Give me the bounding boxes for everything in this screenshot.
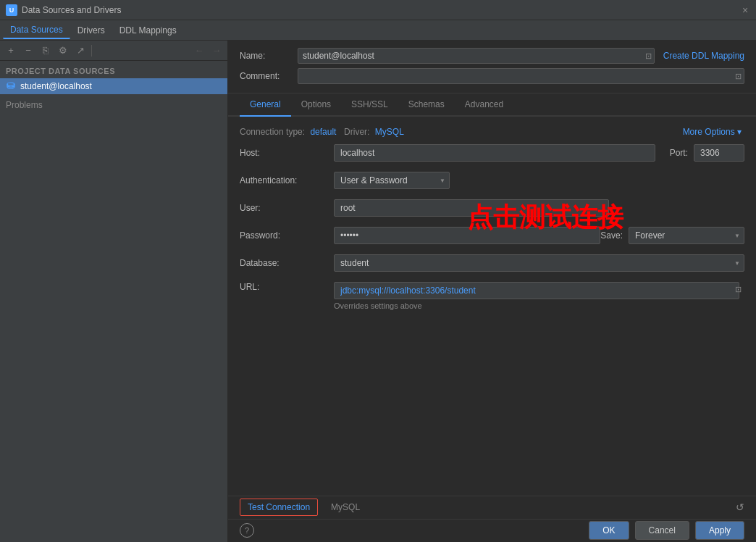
close-button[interactable]: × (740, 5, 750, 15)
name-row: Name: ⊡ Create DDL Mapping (240, 48, 744, 64)
user-input[interactable] (334, 199, 609, 217)
connection-type-label: Connection type: (240, 127, 305, 137)
title-bar: U Data Sources and Drivers × (0, 0, 756, 20)
menu-bar: Data Sources Drivers DDL Mappings (0, 20, 756, 41)
name-label: Name: (240, 51, 298, 61)
name-input[interactable] (298, 48, 655, 64)
name-input-wrapper: ⊡ (298, 48, 655, 64)
tab-ssh-ssl[interactable]: SSH/SSL (341, 93, 398, 117)
nav-arrows: ← → (191, 43, 224, 59)
create-ddl-link[interactable]: Create DDL Mapping (663, 51, 744, 61)
content-wrapper: Name: ⊡ Create DDL Mapping Comment: ⊡ (228, 41, 756, 542)
driver-label: Driver: (344, 127, 369, 137)
connection-type-value[interactable]: default (310, 127, 336, 137)
host-row: Host: Port: (240, 144, 744, 162)
password-label: Password: (240, 230, 334, 241)
user-row: User: (240, 199, 744, 217)
url-wrapper: ⊡ Overrides settings above (334, 282, 744, 310)
menu-data-sources[interactable]: Data Sources (3, 22, 70, 39)
driver-value[interactable]: MySQL (375, 127, 404, 137)
nav-prev-button[interactable]: ← (191, 43, 207, 59)
save-select-wrapper: Forever Until restart Never (629, 227, 744, 244)
save-label: Save: (600, 230, 623, 241)
host-label: Host: (240, 148, 334, 158)
menu-ddl-mappings[interactable]: DDL Mappings (112, 22, 184, 38)
add-datasource-button[interactable]: + (3, 43, 19, 59)
remove-datasource-button[interactable]: − (20, 43, 36, 59)
toolbar-separator (91, 45, 92, 57)
datasource-icon (6, 81, 16, 91)
save-select[interactable]: Forever Until restart Never (629, 227, 744, 244)
refresh-icon[interactable]: ↺ (736, 501, 744, 513)
more-options-link[interactable]: More Options ▾ (683, 127, 742, 137)
tab-general[interactable]: General (240, 93, 291, 117)
database-row: Database: student (240, 254, 744, 272)
bottom-right: ↺ (736, 501, 744, 513)
auth-select[interactable]: User & Password No auth Username only SS… (334, 172, 450, 189)
action-bar: ? OK Cancel Apply (228, 520, 756, 542)
user-label: User: (240, 203, 334, 213)
tab-options[interactable]: Options (291, 93, 341, 117)
name-expand-icon[interactable]: ⊡ (645, 51, 652, 61)
comment-row: Comment: ⊡ (240, 68, 744, 84)
ok-button[interactable]: OK (589, 521, 629, 540)
apply-button[interactable]: Apply (695, 521, 744, 540)
sidebar-item-student-localhost[interactable]: student@localhost (0, 78, 227, 94)
database-select[interactable]: student (334, 254, 744, 272)
password-input[interactable] (334, 227, 600, 244)
menu-drivers[interactable]: Drivers (70, 22, 112, 38)
cancel-button[interactable]: Cancel (635, 521, 689, 540)
export-button[interactable]: ↗ (72, 43, 88, 59)
sidebar-item-label: student@localhost (20, 81, 92, 91)
auth-select-wrapper: User & Password No auth Username only SS… (334, 172, 450, 189)
comment-input[interactable] (298, 68, 744, 84)
header-fields: Name: ⊡ Create DDL Mapping Comment: ⊡ (228, 41, 756, 93)
content-panel: Name: ⊡ Create DDL Mapping Comment: ⊡ (228, 41, 756, 496)
database-label: Database: (240, 258, 334, 268)
mysql-tab[interactable]: MySQL (324, 499, 367, 515)
svg-point-0 (7, 83, 14, 86)
url-hint: Overrides settings above (334, 301, 744, 310)
tab-schemas[interactable]: Schemas (398, 93, 455, 117)
help-button[interactable]: ? (240, 523, 254, 538)
connection-type-row: Connection type: default Driver: MySQL M… (240, 127, 744, 137)
copy-datasource-button[interactable]: ⎘ (38, 43, 54, 59)
app-icon: U (6, 4, 17, 16)
port-input[interactable] (694, 144, 744, 162)
form-area: Connection type: default Driver: MySQL M… (228, 117, 756, 496)
bottom-tabs: Test Connection MySQL ↺ (228, 496, 756, 520)
sidebar-toolbar: + − ⎘ ⚙ ↗ ← → (0, 41, 227, 61)
tab-advanced[interactable]: Advanced (455, 93, 513, 117)
project-data-sources-title: Project Data Sources (0, 61, 227, 78)
password-row: Password: Save: Forever Until restart Ne… (240, 227, 744, 244)
host-input[interactable] (334, 144, 655, 162)
comment-expand-icon[interactable]: ⊡ (735, 72, 742, 81)
tabs-bar: General Options SSH/SSL Schemas Advanced (228, 93, 756, 117)
problems-section: Problems (0, 94, 227, 116)
bottom-bar: Test Connection MySQL ↺ ? OK Cancel Appl… (228, 496, 756, 542)
main-layout: + − ⎘ ⚙ ↗ ← → Project Data Sources stude… (0, 41, 756, 542)
database-select-wrapper: student (334, 254, 744, 272)
nav-next-button[interactable]: → (209, 43, 224, 59)
url-expand-icon[interactable]: ⊡ (735, 285, 742, 294)
auth-row: Authentication: User & Password No auth … (240, 172, 744, 189)
test-connection-button[interactable]: Test Connection (240, 499, 318, 516)
sidebar: + − ⎘ ⚙ ↗ ← → Project Data Sources stude… (0, 41, 228, 542)
url-label: URL: (240, 282, 334, 292)
settings-button[interactable]: ⚙ (55, 43, 71, 59)
url-row: URL: ⊡ Overrides settings above (240, 282, 744, 310)
comment-input-wrapper: ⊡ (298, 68, 744, 84)
url-input[interactable] (334, 282, 739, 299)
window-title: Data Sources and Drivers (22, 5, 740, 15)
comment-label: Comment: (240, 71, 298, 81)
port-label: Port: (670, 148, 688, 158)
auth-label: Authentication: (240, 175, 334, 185)
